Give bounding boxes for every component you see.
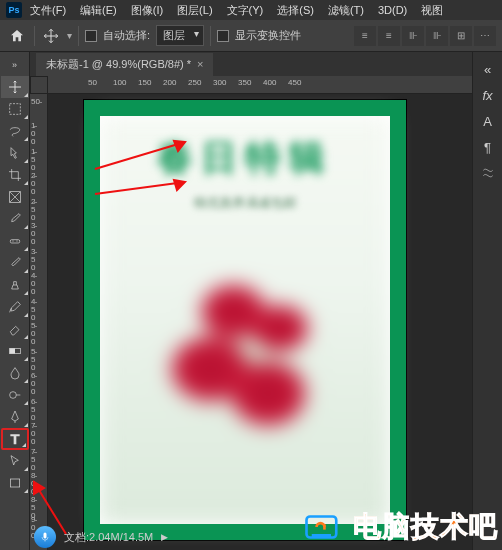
show-transform-label: 显示变换控件 (235, 28, 301, 43)
lasso-tool[interactable] (1, 120, 29, 142)
watermark-logo-icon (303, 509, 345, 545)
glyphs-panel-icon[interactable] (476, 162, 500, 184)
frame-tool[interactable] (1, 186, 29, 208)
ruler-tick: 600 (31, 372, 35, 396)
healing-brush-tool[interactable] (1, 230, 29, 252)
ruler-tick: 350 (238, 78, 251, 87)
ruler-tick: 100 (113, 78, 126, 87)
menu-select[interactable]: 选择(S) (271, 1, 320, 20)
divider (210, 26, 211, 46)
home-icon[interactable] (6, 25, 28, 47)
move-tool[interactable] (1, 76, 29, 98)
workspace: » (0, 52, 502, 550)
svg-rect-0 (9, 104, 20, 115)
align-icon[interactable]: ≡ (378, 26, 400, 46)
expand-toolbar-icon[interactable]: » (1, 54, 29, 76)
eyedropper-tool[interactable] (1, 208, 29, 230)
menu-filter[interactable]: 滤镜(T) (322, 1, 370, 20)
menu-type[interactable]: 文字(Y) (221, 1, 270, 20)
ruler-tick: 500 (31, 322, 35, 346)
ruler-tick: 200 (31, 172, 35, 196)
ruler-tick: 150 (138, 78, 151, 87)
align-icon[interactable]: ≡ (354, 26, 376, 46)
menu-view[interactable]: 视图 (415, 1, 449, 20)
ruler-origin-corner[interactable] (30, 76, 48, 94)
fx-panel-icon[interactable]: fx (476, 84, 500, 106)
watermark: 电脑技术吧 (303, 508, 498, 546)
ruler-tick: 200 (163, 78, 176, 87)
canvas-container: 50 100 150 200 250 300 350 400 450 500 5… (30, 76, 472, 550)
show-transform-checkbox[interactable] (217, 30, 229, 42)
ruler-tick: 150 (31, 148, 35, 172)
status-menu-icon[interactable]: ▶ (161, 532, 168, 542)
svg-rect-15 (312, 534, 331, 538)
svg-point-5 (9, 392, 16, 399)
close-tab-icon[interactable]: × (197, 58, 203, 70)
svg-rect-2 (10, 240, 19, 243)
menu-layer[interactable]: 图层(L) (171, 1, 218, 20)
gradient-tool[interactable] (1, 340, 29, 362)
align-icon[interactable]: ⋯ (474, 26, 496, 46)
watermark-text: 电脑技术吧 (353, 508, 498, 546)
ruler-tick: 50 (88, 78, 97, 87)
svg-rect-6 (10, 479, 19, 487)
dodge-tool[interactable] (1, 384, 29, 406)
annotation-arrow (90, 134, 200, 174)
auto-select-label: 自动选择: (103, 28, 150, 43)
svg-rect-4 (9, 348, 14, 353)
svg-marker-10 (174, 180, 185, 190)
quick-select-tool[interactable] (1, 142, 29, 164)
brush-tool[interactable] (1, 252, 29, 274)
blur-tool[interactable] (1, 362, 29, 384)
auto-select-checkbox[interactable] (85, 30, 97, 42)
menu-edit[interactable]: 编辑(E) (74, 1, 123, 20)
divider (34, 26, 35, 46)
auto-select-target[interactable]: 图层 (156, 25, 204, 46)
ruler-tick: 50 (31, 98, 40, 106)
document-tabs: 未标题-1 @ 49.9%(RGB/8#) * × (30, 52, 472, 76)
clone-stamp-tool[interactable] (1, 274, 29, 296)
align-icon[interactable]: ⊪ (402, 26, 424, 46)
ruler-tick: 650 (31, 398, 35, 422)
svg-marker-8 (174, 141, 185, 151)
annotation-arrow (90, 174, 200, 204)
status-bar: 文档:2.04M/14.5M ▶ (34, 526, 168, 548)
document-area: 未标题-1 @ 49.9%(RGB/8#) * × 50 100 150 200… (30, 52, 472, 550)
svg-rect-16 (323, 524, 326, 529)
ruler-tick: 250 (31, 198, 35, 222)
ruler-tick: 350 (31, 248, 35, 272)
document-tab[interactable]: 未标题-1 @ 49.9%(RGB/8#) * × (36, 53, 213, 76)
path-select-tool[interactable] (1, 450, 29, 472)
rectangle-tool[interactable] (1, 472, 29, 494)
ruler-tick: 550 (31, 348, 35, 372)
ruler-tick: 400 (263, 78, 276, 87)
app-logo: Ps (6, 2, 22, 18)
crop-tool[interactable] (1, 164, 29, 186)
marquee-tool[interactable] (1, 98, 29, 120)
ruler-tick: 450 (31, 298, 35, 322)
align-icon[interactable]: ⊪ (426, 26, 448, 46)
menu-3d[interactable]: 3D(D) (372, 2, 413, 18)
document-tab-title: 未标题-1 @ 49.9%(RGB/8#) * (46, 57, 191, 72)
paragraph-panel-icon[interactable]: ¶ (476, 136, 500, 158)
pen-tool[interactable] (1, 406, 29, 428)
svg-line-9 (95, 182, 185, 194)
document-size-label: 文档:2.04M/14.5M (64, 530, 153, 545)
canvas-viewport[interactable]: 春日特辑 领优惠券满减包邮 (48, 76, 472, 550)
type-tool[interactable] (1, 428, 29, 450)
align-icon[interactable]: ⊞ (450, 26, 472, 46)
alignment-buttons: ≡ ≡ ⊪ ⊪ ⊞ ⋯ (354, 26, 496, 46)
options-bar: ▾ 自动选择: 图层 显示变换控件 ≡ ≡ ⊪ ⊪ ⊞ ⋯ (0, 20, 502, 52)
expand-panel-icon[interactable]: « (476, 58, 500, 80)
menu-file[interactable]: 文件(F) (24, 1, 72, 20)
eraser-tool[interactable] (1, 318, 29, 340)
menu-bar: Ps 文件(F) 编辑(E) 图像(I) 图层(L) 文字(Y) 选择(S) 滤… (0, 0, 502, 20)
history-brush-tool[interactable] (1, 296, 29, 318)
menu-image[interactable]: 图像(I) (125, 1, 169, 20)
ruler-tick: 300 (31, 222, 35, 246)
divider (78, 26, 79, 46)
character-panel-icon[interactable]: A (476, 110, 500, 132)
dropdown-indicator[interactable]: ▾ (67, 30, 72, 41)
mic-icon[interactable] (34, 526, 56, 548)
move-tool-indicator-icon[interactable] (41, 26, 61, 46)
